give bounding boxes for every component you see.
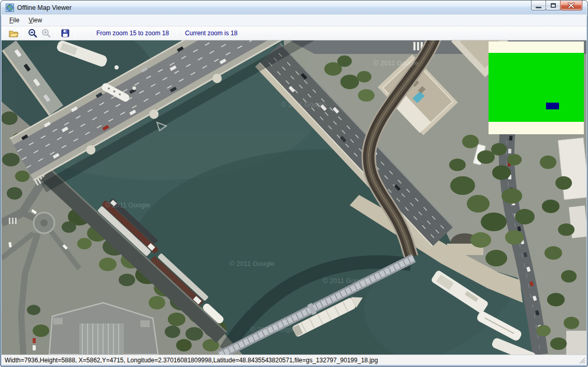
satellite-map: © 2011 Google © 2011 Google © 2011 Googl… — [2, 40, 586, 355]
current-zoom-label: Current zoom is 18 — [180, 30, 242, 37]
toolbar: From zoom 15 to zoom 18 Current zoom is … — [2, 26, 586, 40]
close-button[interactable] — [560, 1, 582, 10]
svg-text:© 2011 Google: © 2011 Google — [105, 201, 150, 209]
menu-bar: File View — [2, 15, 586, 26]
maximize-button[interactable] — [546, 1, 561, 10]
zoom-in-button — [39, 27, 53, 39]
overview-minimap[interactable] — [489, 41, 584, 134]
resize-grip[interactable] — [579, 357, 586, 364]
menu-item-file[interactable]: File — [5, 15, 24, 25]
overview-viewport-marker — [546, 103, 559, 109]
svg-text:© 2011 Google: © 2011 Google — [374, 59, 419, 67]
svg-text:© 2011 Google: © 2011 Google — [323, 277, 368, 285]
zoom-out-button[interactable] — [26, 27, 39, 39]
overview-coverage-area — [489, 53, 584, 122]
svg-text:© 2011 Google: © 2011 Google — [230, 260, 275, 267]
svg-text:© 2011 Google: © 2011 Google — [281, 101, 326, 108]
toolbar-separator — [177, 29, 177, 38]
close-icon — [568, 3, 575, 8]
minimize-button[interactable] — [531, 1, 546, 10]
open-folder-icon — [9, 29, 19, 38]
minimize-icon — [536, 7, 541, 8]
window-controls — [532, 1, 582, 10]
app-globe-icon — [6, 4, 14, 12]
svg-text:© 2011 Google: © 2011 Google — [250, 326, 295, 333]
toolbar-separator — [23, 29, 23, 38]
title-bar: Offline Map Viewer — [2, 1, 586, 15]
status-coordinates-text: Width=7936,Height=5888, X=5862,Y=4715, L… — [5, 357, 378, 364]
zoom-out-icon — [28, 29, 37, 38]
save-icon — [61, 29, 70, 38]
zoom-in-icon — [41, 29, 51, 38]
menu-item-view[interactable]: View — [24, 15, 47, 25]
maximize-icon — [551, 3, 556, 8]
status-bar: Width=7936,Height=5888, X=5862,Y=4715, L… — [2, 355, 586, 365]
toolbar-separator — [75, 29, 75, 38]
save-button[interactable] — [59, 27, 72, 39]
app-window: Offline Map Viewer File View — [0, 0, 588, 367]
toolbar-separator — [55, 29, 56, 38]
window-title: Offline Map Viewer — [17, 4, 71, 11]
map-viewport[interactable]: © 2011 Google © 2011 Google © 2011 Googl… — [2, 40, 586, 355]
open-file-button[interactable] — [7, 27, 20, 39]
zoom-range-label: From zoom 15 to zoom 18 — [91, 30, 174, 37]
